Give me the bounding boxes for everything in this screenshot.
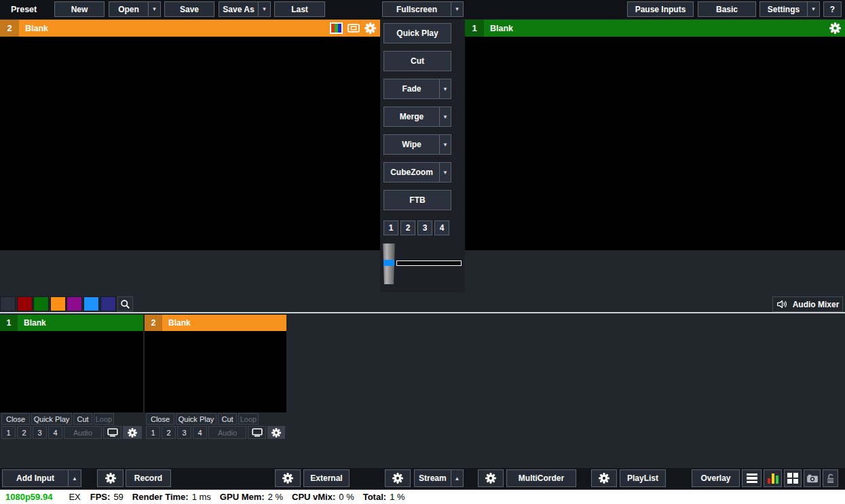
loop-button[interactable]: Loop xyxy=(94,413,114,425)
position-1-button[interactable]: 1 xyxy=(1,426,16,439)
add-input-button[interactable]: Add Input ▲ xyxy=(2,469,81,487)
wipe-button[interactable]: Wipe ▼ xyxy=(383,134,451,155)
record-button[interactable]: Record xyxy=(126,469,171,487)
close-button[interactable]: Close xyxy=(1,413,30,425)
category-swatch-none[interactable] xyxy=(0,296,16,311)
preview-header[interactable]: 2 Blank xyxy=(0,20,380,37)
audio-meters-button[interactable] xyxy=(764,469,782,487)
input-video-area[interactable] xyxy=(145,331,286,412)
fade-dropdown-arrow[interactable]: ▼ xyxy=(439,79,451,98)
search-button[interactable] xyxy=(117,296,133,311)
overlay-3-button[interactable]: 3 xyxy=(417,220,432,235)
colorbars-icon[interactable] xyxy=(330,22,343,34)
multicorder-settings-button[interactable] xyxy=(478,469,504,487)
cut-button[interactable]: Cut xyxy=(73,413,92,425)
input-header[interactable]: 2 Blank xyxy=(145,315,286,331)
audio-button[interactable]: Audio xyxy=(64,426,102,439)
close-button[interactable]: Close xyxy=(146,413,174,425)
gear-icon xyxy=(128,428,137,438)
snapshot-button[interactable] xyxy=(804,469,821,487)
playlist-settings-button[interactable] xyxy=(591,469,617,487)
monitor-icon[interactable] xyxy=(348,24,360,33)
cut-button[interactable]: Cut xyxy=(383,51,451,71)
grid-icon xyxy=(787,473,798,484)
fullscreen-output-button[interactable] xyxy=(248,426,266,439)
wipe-dropdown-arrow[interactable]: ▼ xyxy=(439,135,451,154)
record-settings-button[interactable] xyxy=(97,469,124,487)
gear-icon xyxy=(599,473,609,484)
category-swatch-green[interactable] xyxy=(33,296,49,311)
preview-number-badge: 2 xyxy=(0,20,19,37)
position-4-button[interactable]: 4 xyxy=(48,426,62,439)
settings-button[interactable]: Settings ▼ xyxy=(759,1,820,17)
open-button[interactable]: Open ▼ xyxy=(109,1,161,17)
category-swatch-blue[interactable] xyxy=(83,296,99,311)
merge-button[interactable]: Merge ▼ xyxy=(383,106,451,127)
loop-button[interactable]: Loop xyxy=(238,413,259,425)
position-1-button[interactable]: 1 xyxy=(146,426,160,439)
basic-button[interactable]: Basic xyxy=(698,1,756,17)
fade-button[interactable]: Fade ▼ xyxy=(383,79,451,99)
cubezoom-button[interactable]: CubeZoom ▼ xyxy=(383,162,451,182)
gear-icon[interactable] xyxy=(364,22,376,34)
lock-button[interactable] xyxy=(823,469,838,487)
shortcuts-button[interactable] xyxy=(742,469,762,487)
bottom-toolbar: Add Input ▲ Record External Stream ▲ Mul… xyxy=(0,468,845,489)
category-swatch-navy[interactable] xyxy=(100,296,116,311)
fullscreen-output-button[interactable] xyxy=(103,426,121,439)
save-as-dropdown-arrow[interactable]: ▼ xyxy=(258,2,270,16)
preview-window: 2 Blank xyxy=(0,20,380,250)
pause-inputs-button[interactable]: Pause Inputs xyxy=(627,1,694,17)
overlay-1-button[interactable]: 1 xyxy=(383,220,398,235)
cut-button[interactable]: Cut xyxy=(218,413,237,425)
last-button[interactable]: Last xyxy=(274,1,325,17)
category-swatch-purple[interactable] xyxy=(67,296,82,311)
overlay-button[interactable]: Overlay xyxy=(692,469,740,487)
multiview-button[interactable] xyxy=(784,469,802,487)
external-button[interactable]: External xyxy=(303,469,350,487)
merge-dropdown-arrow[interactable]: ▼ xyxy=(439,107,451,126)
position-3-button[interactable]: 3 xyxy=(177,426,191,439)
save-as-button[interactable]: Save As ▼ xyxy=(219,1,271,17)
audio-mixer-button[interactable]: Audio Mixer xyxy=(772,296,843,312)
fullscreen-dropdown-arrow[interactable]: ▼ xyxy=(451,2,463,16)
overlay-4-button[interactable]: 4 xyxy=(434,220,449,235)
category-swatch-red[interactable] xyxy=(17,296,33,311)
position-2-button[interactable]: 2 xyxy=(17,426,31,439)
input-header[interactable]: 1 Blank xyxy=(0,315,143,331)
stream-button[interactable]: Stream ▲ xyxy=(414,469,464,487)
settings-dropdown-arrow[interactable]: ▼ xyxy=(807,2,819,16)
save-button[interactable]: Save xyxy=(164,1,214,17)
preview-video-area xyxy=(0,37,380,250)
cpu-vmix-label: CPU vMix: xyxy=(292,492,335,502)
audio-button[interactable]: Audio xyxy=(208,426,246,439)
new-button[interactable]: New xyxy=(54,1,105,17)
position-4-button[interactable]: 4 xyxy=(193,426,207,439)
input-settings-button[interactable] xyxy=(267,426,285,439)
external-settings-button[interactable] xyxy=(275,469,301,487)
tbar-track xyxy=(396,260,462,266)
ftb-button[interactable]: FTB xyxy=(383,190,451,210)
fullscreen-button[interactable]: Fullscreen ▼ xyxy=(382,1,464,17)
position-3-button[interactable]: 3 xyxy=(33,426,47,439)
stream-settings-button[interactable] xyxy=(385,469,411,487)
add-input-dropdown-arrow[interactable]: ▲ xyxy=(68,470,81,486)
lock-open-icon xyxy=(825,473,835,484)
open-dropdown-arrow[interactable]: ▼ xyxy=(148,2,160,16)
gear-icon[interactable] xyxy=(829,22,841,34)
playlist-button[interactable]: PlayList xyxy=(620,469,666,487)
help-button[interactable]: ? xyxy=(823,1,842,17)
overlay-2-button[interactable]: 2 xyxy=(400,220,415,235)
program-header[interactable]: 1 Blank xyxy=(465,20,845,37)
quick-play-button[interactable]: Quick Play xyxy=(31,413,72,425)
input-thumbnail-1: 1 Blank Close Quick Play Cut Loop 1 2 3 … xyxy=(0,315,143,439)
cubezoom-dropdown-arrow[interactable]: ▼ xyxy=(439,163,451,182)
input-video-area[interactable] xyxy=(0,331,143,412)
multicorder-button[interactable]: MultiCorder xyxy=(506,469,576,487)
stream-dropdown-arrow[interactable]: ▲ xyxy=(451,470,463,486)
input-settings-button[interactable] xyxy=(123,426,142,439)
quick-play-button[interactable]: Quick Play xyxy=(383,23,451,43)
category-swatch-orange[interactable] xyxy=(50,296,66,311)
quick-play-button[interactable]: Quick Play xyxy=(176,413,217,425)
position-2-button[interactable]: 2 xyxy=(162,426,176,439)
